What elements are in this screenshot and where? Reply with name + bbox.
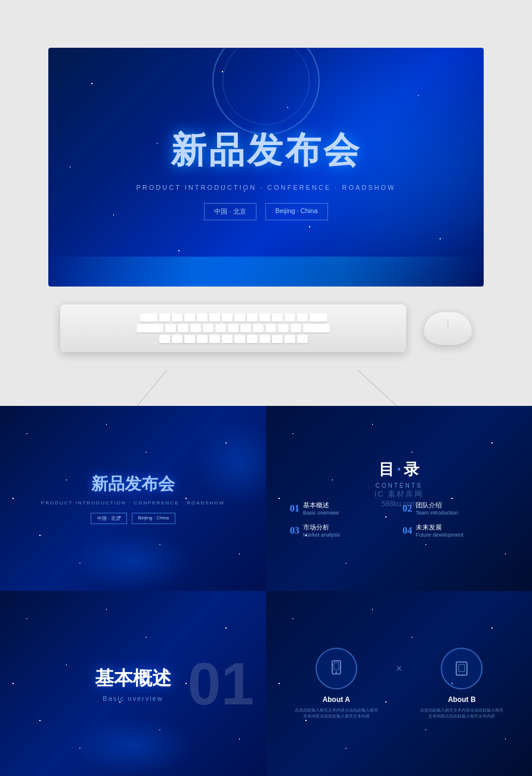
about-x-divider: × <box>396 663 403 675</box>
about-col-b: About B 点击此处输入相关文本内容点击此处输入相关文本内容点击此处输入相关… <box>420 648 503 719</box>
connector-section <box>0 370 532 406</box>
key <box>247 313 258 322</box>
key <box>253 324 264 332</box>
hero-badge-location: 中国 · 北京 <box>204 203 256 220</box>
hero-badges: 中国 · 北京 Beijing · China <box>204 203 327 220</box>
key <box>234 313 245 322</box>
key <box>303 324 330 332</box>
contents-num-4: 04 <box>403 525 412 536</box>
contents-text-4: 未来发展 <box>416 523 463 532</box>
key <box>178 324 188 332</box>
about-icon-b <box>441 648 482 689</box>
overview-title-zh: 基本概述 <box>95 666 171 692</box>
key <box>172 313 183 322</box>
contents-dot: · <box>397 460 401 478</box>
about-desc-a: 点击此处输入相关文本内容点击此处输入相关文本内容点击此处输入相关文本内容 <box>295 707 378 719</box>
contents-text-3: 市场分析 <box>303 523 341 532</box>
slide-overview: 01 基本概述 Basic overview <box>0 591 266 776</box>
overview-title-en: Basic overview <box>103 695 163 702</box>
mouse <box>424 312 472 345</box>
slide-title: 新品发布会 PRODUCT INTRODUCTION · CONFERENCE … <box>0 406 266 591</box>
globe-dots-1 <box>73 531 193 591</box>
contents-num-1: 01 <box>290 503 299 514</box>
contents-subtext-3: Market analysis <box>303 532 341 538</box>
connector-lines <box>0 370 532 406</box>
slide-contents: 目 · 录 CONTENTS 01 基本概述 Basic overview 02… <box>266 406 532 591</box>
about-content: About A 点击此处输入相关文本内容点击此处输入相关文本内容点击此处输入相关… <box>266 636 532 731</box>
globe-dots-3 <box>73 716 193 776</box>
svg-line-1 <box>358 370 397 406</box>
watermark: IC 素材库网 588ku.com <box>375 489 424 508</box>
about-col-a: About A 点击此处输入相关文本内容点击此处输入相关文本内容点击此处输入相关… <box>295 648 378 719</box>
hero-badge-city: Beijing · China <box>265 203 328 220</box>
slide-badge-city: Beijing · China <box>132 513 176 524</box>
svg-rect-5 <box>456 662 467 675</box>
key <box>209 335 220 343</box>
slide-subtitle-small: PRODUCT INTRODUCTION · CONFERENCE · ROAD… <box>41 500 225 506</box>
key <box>140 313 157 322</box>
key <box>159 313 170 322</box>
key <box>297 313 308 322</box>
key <box>222 335 233 343</box>
watermark-line1: IC 素材库网 <box>375 489 424 500</box>
key <box>297 335 308 343</box>
svg-point-4 <box>335 672 337 673</box>
key <box>209 313 220 322</box>
key <box>190 324 201 332</box>
slide-badge-location: 中国 · 北京 <box>91 513 127 524</box>
key <box>310 313 327 322</box>
contents-title-zh2: 录 <box>404 460 419 478</box>
svg-rect-3 <box>334 663 339 670</box>
about-label-a: About A <box>323 695 350 704</box>
hero-title: 新品发布会 <box>171 127 361 175</box>
about-label-b: About B <box>448 695 476 704</box>
key <box>272 313 283 322</box>
contents-item-3: 03 市场分析 Market analysis <box>290 523 395 538</box>
key <box>165 324 176 332</box>
contents-item-4: 04 未来发展 Future development <box>403 523 508 538</box>
key <box>222 313 233 322</box>
contents-subtext-1: Basic overview <box>303 510 339 516</box>
about-desc-b: 点击此处输入相关文本内容点击此处输入相关文本内容点击此处输入相关文本内容 <box>420 707 503 719</box>
contents-subtext-2: Team introduction <box>416 510 458 516</box>
key <box>203 324 214 332</box>
slides-grid: 新品发布会 PRODUCT INTRODUCTION · CONFERENCE … <box>0 406 532 776</box>
key <box>197 313 208 322</box>
key <box>265 324 276 332</box>
key <box>259 335 270 343</box>
svg-line-0 <box>137 370 167 406</box>
keyboard-row-2 <box>137 324 330 332</box>
key <box>197 335 208 343</box>
contents-num-3: 03 <box>290 525 299 536</box>
slide-badges-small: 中国 · 北京 Beijing · China <box>91 513 175 524</box>
key <box>215 324 226 332</box>
key <box>172 335 183 343</box>
key <box>247 335 258 343</box>
key <box>290 324 301 332</box>
slide-title-text: 新品发布会 <box>91 473 175 495</box>
key <box>272 335 283 343</box>
contents-subtext-4: Future development <box>416 532 463 538</box>
key <box>234 335 245 343</box>
watermark-line2: 588ku.com <box>375 500 424 508</box>
about-icon-a <box>316 648 357 689</box>
slide-about: About A 点击此处输入相关文本内容点击此处输入相关文本内容点击此处输入相关… <box>266 591 532 776</box>
key <box>240 324 251 332</box>
key <box>284 335 295 343</box>
hero-section: 新品发布会 PRODUCT INTRODUCTION · CONFERENCE … <box>48 48 484 287</box>
hero-subtitle: PRODUCT INTRODUCTION · CONFERENCE · ROAD… <box>137 184 396 191</box>
key <box>137 324 163 332</box>
overview-num: 01 <box>188 649 254 718</box>
key <box>278 324 289 332</box>
keyboard <box>60 304 406 352</box>
contents-text-1: 基本概述 <box>303 501 339 510</box>
keyboard-section <box>0 287 532 370</box>
key <box>284 313 295 322</box>
key <box>228 324 239 332</box>
svg-rect-6 <box>459 664 465 672</box>
key <box>184 335 195 343</box>
keyboard-row-1 <box>140 313 327 322</box>
contents-subtitle: CONTENTS <box>290 482 508 489</box>
key <box>159 335 170 343</box>
key <box>184 313 195 322</box>
